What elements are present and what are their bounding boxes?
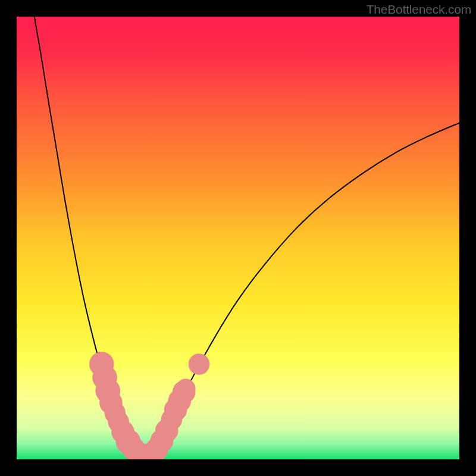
- plot-area: [17, 17, 459, 459]
- watermark-text: TheBottleneck.com: [367, 2, 471, 17]
- data-dot: [189, 353, 210, 375]
- data-dot: [176, 379, 196, 399]
- gradient-background: [17, 17, 459, 459]
- chart-svg: [17, 17, 459, 459]
- chart-frame: TheBottleneck.com: [0, 0, 476, 476]
